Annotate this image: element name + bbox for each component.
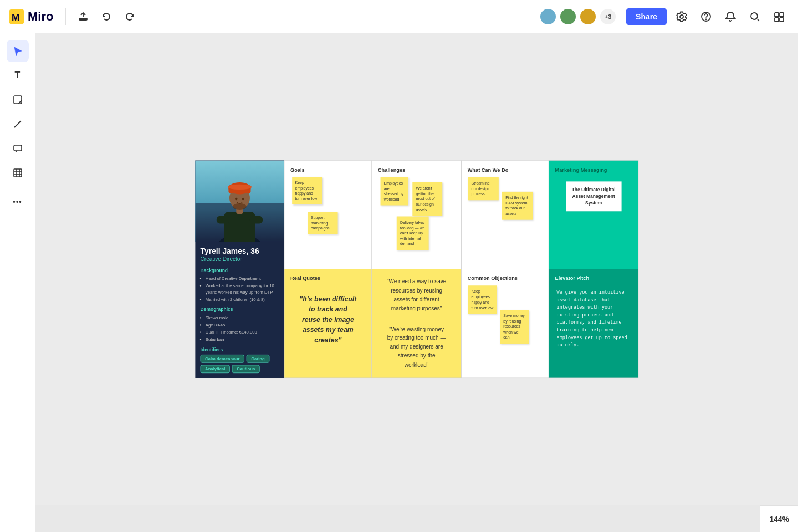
quote2-text-2: "We're wasting money by creating too muc…	[378, 321, 455, 374]
goals-cell: Goals Keep employees happy and turn over…	[284, 161, 372, 269]
marketing-column: Marketing Messaging The Ultimate Digital…	[549, 161, 638, 378]
tag-calm: Calm demeanour	[201, 355, 244, 363]
identifier-tags: Calm demeanour Caring Analytical Cautiou…	[201, 355, 279, 373]
demo-item-3: Dual HH Income: €140,000	[206, 329, 279, 335]
frame-tool[interactable]	[7, 162, 29, 184]
demo-item-1: Skews male	[206, 314, 279, 321]
svg-rect-21	[224, 212, 255, 242]
svg-rect-7	[780, 13, 784, 17]
demographics-title: Demographics	[201, 306, 279, 311]
svg-rect-13	[14, 169, 22, 177]
search-button[interactable]	[745, 8, 765, 25]
sticky-save-money: Save money by reusing resources when we …	[500, 310, 529, 344]
svg-rect-2	[79, 18, 87, 20]
identifiers-section: Identifiers Calm demeanour Caring Analyt…	[201, 347, 279, 373]
collaborators-group: +3	[539, 8, 617, 25]
miro-logo-icon: M	[9, 9, 24, 24]
svg-rect-6	[775, 13, 779, 17]
demo-item-2: Age 30-45	[206, 321, 279, 328]
elevator-pitch-cell: Elevator Pitch We give you an intuitive …	[549, 269, 638, 378]
zoom-level: 144%	[760, 505, 798, 532]
notifications-button[interactable]	[720, 8, 740, 25]
svg-line-11	[14, 121, 21, 127]
sticky-keep-employees: Keep employees happy and turn over low	[292, 177, 322, 205]
avatar-overflow-count: +3	[599, 8, 617, 25]
bg-item-2: Worked at the same company for 10 years;…	[206, 283, 279, 295]
settings-button[interactable]	[672, 8, 692, 25]
more-tools[interactable]: •••	[7, 191, 29, 213]
sticky-stressed: Employees are stressed by workload	[381, 177, 408, 206]
redo-button[interactable]	[120, 8, 139, 25]
app-name: Miro	[28, 9, 53, 24]
help-button[interactable]	[696, 8, 716, 25]
identifiers-title: Identifiers	[201, 347, 279, 352]
persona-card: Tyrell James, 36 Creative Director Backg…	[195, 161, 284, 378]
avatar-1	[539, 8, 557, 25]
challenges-title: Challenges	[378, 167, 455, 173]
goals-column: Goals Keep employees happy and turn over…	[284, 161, 372, 378]
persona-photo	[195, 161, 284, 242]
what-can-we-do-title: What Can We Do	[468, 167, 543, 173]
avatar-3	[579, 8, 597, 25]
share-button[interactable]: Share	[626, 8, 667, 25]
sticky-delivery: Delivery takes too long — we can't keep …	[397, 217, 429, 250]
persona-title: Creative Director	[201, 256, 279, 263]
tag-cautious: Cautious	[232, 365, 260, 373]
sticky-not-enough: We aren't getting the most out of our de…	[412, 182, 442, 216]
toolbar-divider-1	[65, 8, 66, 25]
line-tool[interactable]	[7, 113, 29, 135]
demographics-text: Skews male Age 30-45 Dual HH Income: €14…	[201, 314, 279, 342]
persona-name: Tyrell James, 36	[201, 247, 279, 256]
quote2-text-1: "We need a way to save resources by reus…	[378, 273, 455, 317]
goals-title: Goals	[290, 167, 366, 173]
svg-point-29	[235, 198, 238, 201]
what-can-we-do-column: What Can We Do Streamline our design pro…	[461, 161, 549, 378]
logo: M Miro	[9, 9, 53, 24]
challenges-column: Challenges Employees are stressed by wor…	[371, 161, 461, 378]
zoom-text: 144%	[769, 515, 789, 524]
challenges-cell: Challenges Employees are stressed by wor…	[371, 161, 461, 269]
elevator-pitch-text: We give you an intuitive asset database …	[555, 285, 632, 352]
tag-analytical: Analytical	[201, 365, 230, 373]
quotes2-cell: "We need a way to save resources by reus…	[371, 269, 461, 378]
svg-rect-23	[250, 216, 263, 224]
canvas[interactable]: Tyrell James, 36 Creative Director Backg…	[35, 33, 798, 505]
tag-caring: Caring	[247, 355, 269, 363]
svg-rect-10	[14, 96, 22, 104]
sticky-keep-happy: Keep employees happy and turn over low	[468, 285, 497, 314]
common-objections-cell: Common Objections Keep employees happy a…	[461, 269, 549, 378]
svg-rect-22	[217, 216, 229, 224]
svg-point-4	[706, 19, 707, 19]
background-text: Head of Creative Department Worked at th…	[201, 275, 279, 302]
svg-point-31	[233, 203, 247, 210]
board: Tyrell James, 36 Creative Director Backg…	[195, 160, 639, 378]
marketing-messaging-title: Marketing Messaging	[555, 167, 632, 173]
undo-button[interactable]	[97, 8, 116, 25]
real-quote-text: "It's been difficult to track and reuse …	[290, 285, 366, 354]
board-menu-button[interactable]	[769, 8, 789, 25]
top-toolbar: M Miro +3 Share	[0, 0, 798, 33]
bg-item-3: Married with 2 children (10 & 8)	[206, 296, 279, 303]
text-tool[interactable]: T	[7, 64, 29, 86]
marketing-messaging-cell: Marketing Messaging The Ultimate Digital…	[549, 161, 638, 269]
upload-button[interactable]	[74, 8, 93, 25]
messaging-card: The Ultimate Digital Asset Management Sy…	[566, 181, 621, 211]
real-quotes-title: Real Quotes	[290, 275, 366, 282]
real-quotes-cell: Real Quotes "It's been difficult to trac…	[284, 269, 372, 378]
svg-point-5	[751, 13, 758, 19]
what-can-we-do-cell: What Can We Do Streamline our design pro…	[461, 161, 549, 269]
sticky-find-dam: Find the right DAM system to track our a…	[502, 192, 533, 220]
svg-rect-9	[780, 18, 784, 22]
left-sidebar: T •••	[0, 33, 35, 532]
persona-info: Tyrell James, 36 Creative Director Backg…	[195, 242, 284, 378]
svg-text:M: M	[12, 12, 19, 23]
svg-point-30	[242, 198, 244, 201]
svg-rect-12	[14, 145, 22, 151]
avatar-2	[559, 8, 577, 25]
sticky-note-tool[interactable]	[7, 89, 29, 111]
background-title: Background	[201, 268, 279, 273]
select-tool[interactable]	[7, 40, 29, 62]
person-illustration	[195, 161, 284, 242]
comment-tool[interactable]	[7, 137, 29, 160]
bg-item-1: Head of Creative Department	[206, 275, 279, 282]
